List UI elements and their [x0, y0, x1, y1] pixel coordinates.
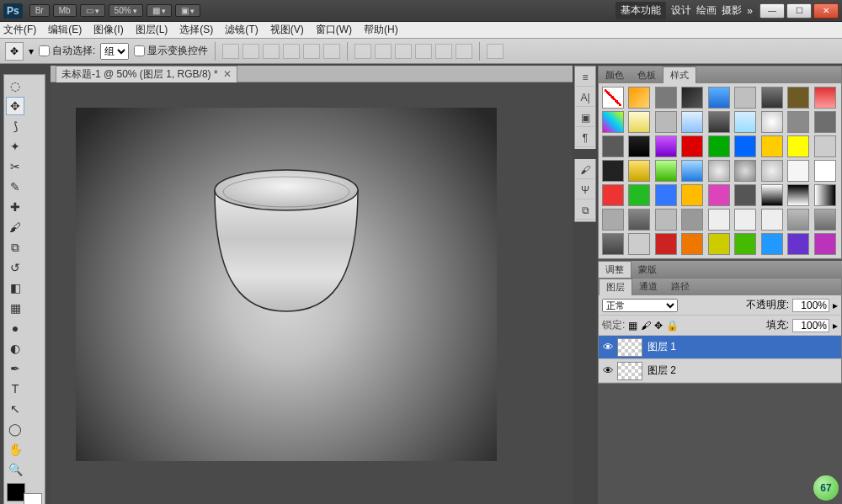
style-swatch[interactable] [787, 87, 809, 109]
stamp-tool[interactable]: ⧉ [6, 238, 24, 257]
document-tab[interactable]: 未标题-1 @ 50% (图层 1, RGB/8) * ✕ [56, 66, 237, 82]
shape-tool[interactable]: ◯ [6, 420, 24, 438]
style-swatch[interactable] [681, 233, 703, 255]
style-swatch[interactable] [734, 184, 756, 206]
crop-tool[interactable]: ✂ [6, 157, 24, 176]
style-swatch[interactable] [628, 111, 650, 133]
style-swatch[interactable] [708, 184, 730, 206]
menu-filter[interactable]: 滤镜(T) [225, 23, 258, 37]
style-swatch[interactable] [681, 209, 703, 231]
marquee-tool[interactable]: ◌ [6, 77, 24, 95]
zoom-tool[interactable]: 🔍 [6, 460, 24, 479]
document-viewport[interactable] [51, 82, 573, 504]
style-swatch[interactable] [708, 87, 730, 109]
style-swatch[interactable] [602, 160, 624, 182]
menu-select[interactable]: 选择(S) [179, 23, 213, 37]
style-swatch[interactable] [734, 111, 756, 133]
history-panel-icon[interactable]: ≡ [576, 68, 594, 87]
close-button[interactable]: ✕ [813, 3, 839, 19]
menu-window[interactable]: 窗口(W) [316, 23, 352, 37]
view-extras-dropdown[interactable]: ▣ [175, 4, 200, 17]
style-swatch[interactable] [628, 87, 650, 109]
style-swatch[interactable] [787, 209, 809, 231]
style-swatch[interactable] [602, 135, 624, 157]
style-swatch[interactable] [761, 209, 783, 231]
style-swatch[interactable] [655, 135, 677, 157]
wand-tool[interactable]: ✦ [6, 137, 24, 156]
workspace-photo[interactable]: 摄影 [722, 3, 742, 18]
visibility-icon[interactable]: 👁 [599, 341, 617, 353]
paragraph-panel-icon[interactable]: ▣ [576, 109, 594, 127]
bridge-button[interactable]: Br [29, 4, 50, 17]
menu-image[interactable]: 图像(I) [93, 23, 123, 37]
style-swatch[interactable] [681, 87, 703, 109]
canvas[interactable] [76, 108, 497, 461]
style-swatch[interactable] [628, 209, 650, 231]
tool-preset-icon[interactable]: ⧉ [576, 201, 594, 220]
show-transform-checkbox[interactable]: 显示变换控件 [134, 44, 208, 58]
layer-row-2[interactable]: 👁 图层 2 [599, 359, 841, 383]
healing-tool[interactable]: ✚ [6, 198, 24, 216]
arrange-dropdown[interactable]: ▦ [147, 4, 172, 17]
style-swatch[interactable] [814, 209, 836, 231]
style-swatch[interactable] [814, 111, 836, 133]
style-swatch[interactable] [628, 184, 650, 206]
style-swatch[interactable] [602, 184, 624, 206]
opacity-value[interactable]: 100% [792, 299, 829, 312]
style-swatch[interactable] [602, 209, 624, 231]
blur-tool[interactable]: ● [6, 319, 24, 337]
pen-tool[interactable]: ✒ [6, 359, 24, 378]
style-swatch[interactable] [655, 233, 677, 255]
style-swatch[interactable] [602, 87, 624, 109]
workspace-design[interactable]: 设计 [671, 3, 691, 18]
style-swatch[interactable] [734, 209, 756, 231]
auto-select-checkbox[interactable]: 自动选择: [39, 44, 95, 58]
menu-help[interactable]: 帮助(H) [364, 23, 398, 37]
brush-tool[interactable]: 🖌 [6, 218, 24, 236]
style-swatch[interactable] [787, 135, 809, 157]
tab-color[interactable]: 颜色 [599, 67, 631, 83]
lasso-tool[interactable]: ⟆ [6, 117, 24, 135]
style-swatch[interactable] [787, 111, 809, 133]
style-swatch[interactable] [814, 87, 836, 109]
menu-file[interactable]: 文件(F) [3, 23, 36, 37]
style-swatch[interactable] [787, 233, 809, 255]
tab-channel[interactable]: 通道 [632, 279, 664, 295]
layer-row-1[interactable]: 👁 图层 1 [599, 336, 841, 359]
menu-edit[interactable]: 编辑(E) [48, 23, 82, 37]
workspace-more[interactable]: » [747, 5, 753, 17]
style-swatch[interactable] [708, 209, 730, 231]
zoom-dropdown[interactable]: 50% [109, 4, 143, 17]
tab-style[interactable]: 样式 [663, 66, 696, 83]
style-swatch[interactable] [761, 111, 783, 133]
path-select-tool[interactable]: ↖ [6, 400, 24, 418]
gradient-tool[interactable]: ▦ [6, 299, 24, 317]
eyedropper-tool[interactable]: ✎ [6, 178, 24, 196]
style-swatch[interactable] [681, 184, 703, 206]
lock-all-icon[interactable]: 🔒 [666, 320, 679, 332]
maximize-button[interactable]: ☐ [786, 3, 812, 19]
style-swatch[interactable] [602, 233, 624, 255]
minibridge-button[interactable]: Mb [53, 4, 77, 17]
style-swatch[interactable] [681, 135, 703, 157]
style-swatch[interactable] [814, 135, 836, 157]
style-swatch[interactable] [761, 87, 783, 109]
style-swatch[interactable] [655, 184, 677, 206]
menu-view[interactable]: 视图(V) [270, 23, 304, 37]
minimize-button[interactable]: — [759, 3, 785, 19]
hand-tool[interactable]: ✋ [6, 440, 24, 459]
lock-paint-icon[interactable]: 🖌 [641, 320, 651, 332]
blend-mode-select[interactable]: 正常 [602, 299, 678, 312]
style-swatch[interactable] [787, 184, 809, 206]
move-tool[interactable]: ✥ [6, 97, 24, 115]
auto-select-target[interactable]: 组 [100, 43, 129, 60]
fill-value[interactable]: 100% [792, 319, 829, 332]
background-color[interactable] [24, 493, 42, 504]
workspace-painting[interactable]: 绘画 [696, 3, 717, 18]
style-swatch[interactable] [761, 160, 783, 182]
close-tab-icon[interactable]: ✕ [223, 68, 232, 80]
style-swatch[interactable] [708, 111, 730, 133]
foreground-color[interactable] [7, 483, 25, 501]
character-panel-icon[interactable]: A| [576, 88, 594, 107]
style-swatch[interactable] [655, 111, 677, 133]
